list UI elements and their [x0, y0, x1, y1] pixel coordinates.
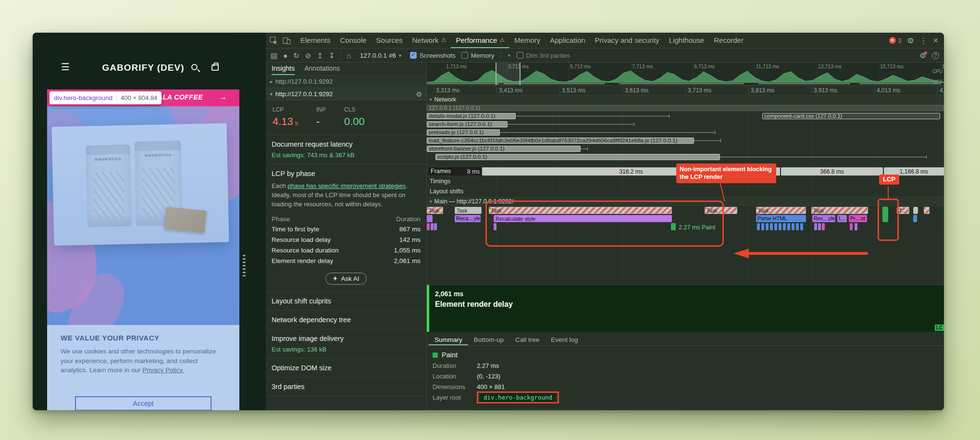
- target-select[interactable]: 127.0.0.1 #6▾: [357, 51, 404, 60]
- screenshots-checkbox[interactable]: Screenshots: [410, 52, 456, 59]
- device-toolbar-icon[interactable]: [283, 37, 291, 45]
- frames-track[interactable]: Frames 8 ms316.2 ms366.8 ms1,166.8 ms: [427, 166, 944, 176]
- details-tab-call-tree[interactable]: Call tree: [509, 335, 545, 345]
- flame-bar[interactable]: [818, 223, 821, 230]
- flame-bar[interactable]: [779, 223, 782, 230]
- devtools-tab-memory[interactable]: Memory: [509, 33, 545, 48]
- import-profile-icon[interactable]: ↧: [329, 52, 335, 59]
- frame-segment[interactable]: 1,166.8 ms: [884, 167, 944, 176]
- flame-bar[interactable]: [787, 223, 790, 230]
- capture-settings-gear-icon[interactable]: ⚙: [920, 52, 926, 59]
- network-request-bar[interactable]: scripts.js (127.0.0.1): [435, 154, 720, 160]
- flame-bar[interactable]: [855, 223, 857, 230]
- origin-row-collapsed[interactable]: ▸ http://127.0.0.1:9292: [266, 75, 426, 88]
- origin-row-expanded[interactable]: ▾ http://127.0.0.1:9292 ⚙: [266, 88, 426, 101]
- flame-bar-task[interactable]: Task: [489, 207, 672, 214]
- flame-bar-reca-yle[interactable]: Reca…yle: [455, 215, 481, 222]
- timeline-ruler[interactable]: 3,313 ms3,413 ms3,513 ms3,613 ms3,713 ms…: [427, 86, 944, 95]
- privacy-policy-link[interactable]: Privacy Policy.: [142, 366, 184, 374]
- flame-bar-recalculate-style[interactable]: Recalculate style: [494, 215, 672, 222]
- flame-bar-parse-html[interactable]: Parse HTML: [756, 215, 806, 222]
- flame-bar-task[interactable]: Task: [705, 207, 737, 214]
- metric-lcp[interactable]: LCP4.13 s: [273, 106, 298, 128]
- insight-document-request-latency[interactable]: Document request latency Est savings: 74…: [266, 135, 426, 164]
- flame-bar[interactable]: [800, 223, 803, 230]
- flame-bar[interactable]: [757, 223, 760, 230]
- flame-bar[interactable]: [850, 223, 853, 230]
- insight-3rd-parties[interactable]: 3rd parties: [266, 377, 426, 396]
- flame-bar-pr-nt[interactable]: Pr…nt: [849, 215, 867, 222]
- frame-segment[interactable]: 366.8 ms: [781, 167, 883, 176]
- flame-bar[interactable]: [913, 207, 918, 214]
- accept-button[interactable]: Accept: [75, 396, 211, 410]
- frame-segment[interactable]: 8 ms: [449, 167, 481, 176]
- frame-segment[interactable]: 316.2 ms: [482, 167, 780, 176]
- flame-bar[interactable]: [766, 223, 769, 230]
- flame-bar-task[interactable]: Task: [455, 207, 482, 214]
- flame-bar-task[interactable]: Task: [811, 207, 868, 214]
- timings-track[interactable]: Timings: [427, 176, 944, 187]
- error-badge[interactable]: ✕3: [889, 37, 902, 44]
- reload-record-icon[interactable]: ↻: [293, 52, 299, 59]
- devtools-tab-lighthouse[interactable]: Lighthouse: [664, 33, 709, 48]
- metric-cls[interactable]: CLS0.00: [344, 106, 365, 128]
- help-icon[interactable]: ?: [932, 52, 939, 59]
- tab-annotations[interactable]: Annotations: [304, 63, 340, 75]
- network-lane-header[interactable]: ▾ Network: [427, 95, 944, 104]
- flame-bar[interactable]: [822, 223, 825, 230]
- lcp-paint-bar[interactable]: [882, 207, 888, 222]
- flame-bar[interactable]: [494, 223, 496, 230]
- flame-bar[interactable]: [427, 223, 430, 230]
- flame-bar-t-[interactable]: T…: [897, 207, 909, 214]
- settings-gear-icon[interactable]: ⚙: [907, 36, 914, 45]
- export-profile-icon[interactable]: ↥: [317, 52, 323, 59]
- flame-bar[interactable]: [783, 223, 786, 230]
- insight-lcp-by-phase[interactable]: LCP by phase Each phase has specific imp…: [266, 164, 426, 292]
- devtools-tab-performance[interactable]: Performance⚠: [451, 33, 509, 48]
- devtools-tab-sources[interactable]: Sources: [372, 33, 408, 48]
- flame-bar[interactable]: [792, 223, 794, 230]
- insight-network-dependency-tree[interactable]: Network dependency tree: [266, 311, 426, 329]
- flame-bar[interactable]: [796, 223, 799, 230]
- details-tab-event-log[interactable]: Event log: [545, 335, 583, 345]
- metric-inp[interactable]: INP-: [316, 106, 326, 128]
- insight-layout-shift-culprits[interactable]: Layout shift culprits: [266, 292, 426, 311]
- devtools-tab-elements[interactable]: Elements: [296, 33, 335, 48]
- record-icon[interactable]: ●: [283, 52, 287, 59]
- flame-bar[interactable]: [774, 223, 777, 230]
- inspect-element-icon[interactable]: [270, 37, 278, 45]
- flame-bar[interactable]: [924, 207, 930, 214]
- flame-bar-task[interactable]: Task: [756, 207, 806, 214]
- gauge-icon[interactable]: ◔: [507, 52, 511, 59]
- devtools-tab-privacy-and-security[interactable]: Privacy and security: [590, 33, 664, 48]
- field-data-gear-icon[interactable]: ⚙: [416, 90, 422, 98]
- flame-bar[interactable]: [671, 223, 676, 230]
- memory-checkbox[interactable]: Memory: [461, 52, 495, 59]
- flame-bar[interactable]: [431, 223, 434, 230]
- kebab-menu-icon[interactable]: ⋮: [919, 36, 927, 45]
- tab-insights[interactable]: Insights: [272, 63, 295, 75]
- flame-bar[interactable]: [427, 215, 433, 222]
- insight-optimize-dom-size[interactable]: Optimize DOM size: [266, 359, 426, 377]
- resize-handle[interactable]: [243, 255, 246, 277]
- panel-layout-icon[interactable]: ▤: [271, 52, 277, 59]
- flame-bar[interactable]: [913, 215, 917, 222]
- flame-bar-rec-yle[interactable]: Rec…yle: [812, 215, 835, 222]
- layout-shifts-track[interactable]: Layout shifts: [427, 187, 944, 197]
- flame-bar-l-t[interactable]: L…t: [837, 215, 847, 222]
- close-icon[interactable]: ×: [933, 36, 938, 46]
- devtools-tab-console[interactable]: Console: [335, 33, 372, 48]
- phase-strategies-link[interactable]: phase has specific improvement strategie…: [287, 182, 406, 189]
- network-request-bar[interactable]: load_feature-c354cc1bc6f1fafc3e06e39f4fb…: [427, 138, 694, 144]
- timeline-overview[interactable]: CPU NET 1,713 ms3,713 ms5,713 ms7,713 ms…: [427, 63, 944, 86]
- home-icon[interactable]: ⌂: [347, 52, 351, 59]
- network-request-bar[interactable]: preloads.js (127.0.0.1): [427, 129, 500, 136]
- cart-icon[interactable]: [211, 64, 219, 71]
- network-request-bar[interactable]: component-card.css (127.0.0.1): [762, 113, 940, 119]
- main-thread-lane-header[interactable]: ▾ Main — http://127.0.0.1:9292/: [427, 197, 944, 206]
- flame-bar[interactable]: [814, 223, 817, 230]
- devtools-tab-network[interactable]: Network⚠: [408, 33, 451, 48]
- ask-ai-button[interactable]: Ask AI: [325, 273, 366, 285]
- devtools-tab-application[interactable]: Application: [545, 33, 590, 48]
- overview-selection-window[interactable]: [496, 63, 521, 86]
